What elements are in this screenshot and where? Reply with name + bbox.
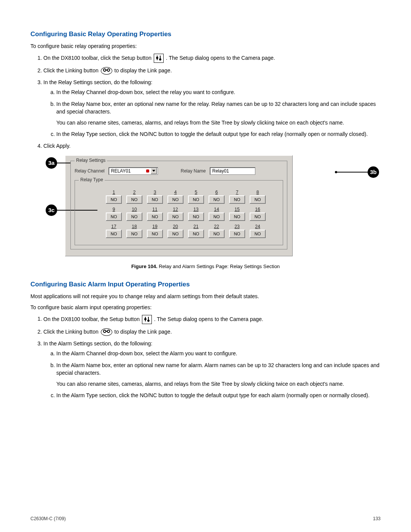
step-1-text-a: On the DX8100 toolbar, click the Setup b… <box>43 55 153 61</box>
relay-toggle-button[interactable]: NO <box>250 230 266 238</box>
footer-doc-id: C2630M-C (7/09) <box>30 516 66 521</box>
relay-toggle-button[interactable]: NO <box>106 212 122 221</box>
relay-number: 20 <box>166 224 185 229</box>
relay-cell-10: 10NO <box>125 207 143 221</box>
figure-relay-settings: 3a 3c 3b Relay Settings Relay Channel RE… <box>65 155 335 257</box>
alarm-step-3b-note: You can also rename sites, cameras, alar… <box>56 380 381 388</box>
relay-cell-23: 23NO <box>228 224 246 238</box>
intro-text: To configure basic relay operating prope… <box>30 43 381 50</box>
figure-number: Figure 104. <box>131 264 158 269</box>
relay-settings-panel: Relay Settings Relay Channel RELAY01 Rel… <box>65 155 293 257</box>
figure-caption-text: Relay and Alarm Settings Page: Relay Set… <box>158 264 280 269</box>
alarm-step-2: Click the Linking button to display the … <box>43 328 381 336</box>
relay-number: 13 <box>187 207 205 212</box>
relay-toggle-button[interactable]: NO <box>147 212 163 221</box>
relay-number: 16 <box>249 207 267 212</box>
relay-toggle-button[interactable]: NO <box>147 230 163 238</box>
relay-number: 18 <box>125 224 143 229</box>
relay-toggle-button[interactable]: NO <box>106 195 122 204</box>
relay-toggle-button[interactable]: NO <box>167 230 183 238</box>
relay-number: 2 <box>125 190 143 195</box>
step-3-text: In the Relay Settings section, do the fo… <box>43 79 152 85</box>
step-4: Click Apply. <box>43 142 381 150</box>
steps-list-alarm: On the DX8100 toolbar, the Setup button … <box>30 315 381 399</box>
alarm-step-1-text-a: On the DX8100 toolbar, the Setup button <box>43 316 141 322</box>
status-dot-icon <box>146 169 149 173</box>
relay-cell-24: 24NO <box>249 224 267 238</box>
relay-number: 23 <box>228 224 246 229</box>
relay-cell-22: 22NO <box>207 224 226 238</box>
relay-cell-14: 14NO <box>207 207 226 221</box>
relay-toggle-button[interactable]: NO <box>209 212 225 221</box>
step-2: Click the Linking button to display the … <box>43 67 381 75</box>
relay-toggle-button[interactable]: NO <box>229 195 245 204</box>
setup-icon <box>142 315 152 324</box>
alarm-step-1-text-b: . The Setup dialog opens to the Camera p… <box>154 316 263 322</box>
relay-number: 8 <box>249 190 267 195</box>
relay-toggle-button[interactable]: NO <box>188 230 204 238</box>
alarm-step-3b: In the Alarm Name box, enter an optional… <box>56 361 381 388</box>
relay-toggle-button[interactable]: NO <box>209 230 225 238</box>
relay-number: 1 <box>105 190 123 195</box>
step-3b-text: In the Relay Name box, enter an optional… <box>56 101 376 115</box>
relay-toggle-button[interactable]: NO <box>126 195 142 204</box>
relay-name-label: Relay Name <box>181 168 206 174</box>
relay-toggle-button[interactable]: NO <box>167 212 183 221</box>
relay-toggle-button[interactable]: NO <box>147 195 163 204</box>
relay-cell-4: 4NO <box>166 190 185 204</box>
relay-number: 22 <box>207 224 226 229</box>
step-1: On the DX8100 toolbar, click the Setup b… <box>43 54 381 63</box>
relay-toggle-button[interactable]: NO <box>229 212 245 221</box>
relay-cell-3: 3NO <box>146 190 164 204</box>
relay-channel-label: Relay Channel <box>75 168 105 174</box>
relay-cell-19: 19NO <box>146 224 164 238</box>
step-3a: In the Relay Channel drop-down box, sele… <box>56 88 381 96</box>
callout-3c: 3c <box>46 204 57 216</box>
relay-toggle-button[interactable]: NO <box>250 212 266 221</box>
chevron-down-icon[interactable] <box>151 168 157 174</box>
step-3b: In the Relay Name box, enter an optional… <box>56 100 381 126</box>
alarm-step-2-text-a: Click the Linking button <box>43 329 100 335</box>
alarm-step-3: In the Alarm Settings section, do the fo… <box>43 340 381 399</box>
relay-number: 24 <box>249 224 267 229</box>
relay-channel-dropdown[interactable]: RELAY01 <box>108 167 158 175</box>
relay-cell-6: 6NO <box>207 190 226 204</box>
relay-toggle-button[interactable]: NO <box>188 195 204 204</box>
relay-toggle-button[interactable]: NO <box>209 195 225 204</box>
relay-number: 9 <box>105 207 123 212</box>
relay-number: 12 <box>166 207 185 212</box>
relay-toggle-button[interactable]: NO <box>126 230 142 238</box>
relay-cell-2: 2NO <box>125 190 143 204</box>
relay-toggle-button[interactable]: NO <box>106 230 122 238</box>
steps-list-relay: On the DX8100 toolbar, click the Setup b… <box>30 54 381 150</box>
relay-cell-18: 18NO <box>125 224 143 238</box>
relay-number: 4 <box>166 190 185 195</box>
relay-number: 3 <box>146 190 164 195</box>
alarm-step-3c: In the Alarm Type section, click the NO/… <box>56 391 381 399</box>
relay-cell-17: 17NO <box>105 224 123 238</box>
alarm-step-2-text-b: to display the Link page. <box>115 329 172 335</box>
relay-toggle-button[interactable]: NO <box>126 212 142 221</box>
alarm-step-1: On the DX8100 toolbar, the Setup button … <box>43 315 381 324</box>
step-2-text-a: Click the Linking button <box>43 67 100 73</box>
relay-cell-1: 1NO <box>105 190 123 204</box>
relay-number: 17 <box>105 224 123 229</box>
step-1-text-b: . The Setup dialog opens to the Camera p… <box>166 55 275 61</box>
section-heading-relay: Configuring Basic Relay Operating Proper… <box>30 30 381 38</box>
alarm-step-3-text: In the Alarm Settings section, do the fo… <box>43 340 152 347</box>
relay-number: 7 <box>228 190 246 195</box>
relay-cell-7: 7NO <box>228 190 246 204</box>
relay-cell-5: 5NO <box>187 190 205 204</box>
relay-number: 5 <box>187 190 205 195</box>
relay-toggle-button[interactable]: NO <box>250 195 266 204</box>
relay-toggle-button[interactable]: NO <box>188 212 204 221</box>
relay-number: 11 <box>146 207 164 212</box>
relay-toggle-button[interactable]: NO <box>229 230 245 238</box>
alarm-intro-2: To configure basic alarm input operating… <box>30 304 381 311</box>
relay-number: 15 <box>228 207 246 212</box>
relay-toggle-button[interactable]: NO <box>167 195 183 204</box>
step-2-text-b: to display the Link page. <box>115 67 172 73</box>
relay-number: 10 <box>125 207 143 212</box>
relay-name-input[interactable]: Relay01 <box>210 167 255 175</box>
figure-caption: Figure 104. Relay and Alarm Settings Pag… <box>30 264 381 269</box>
